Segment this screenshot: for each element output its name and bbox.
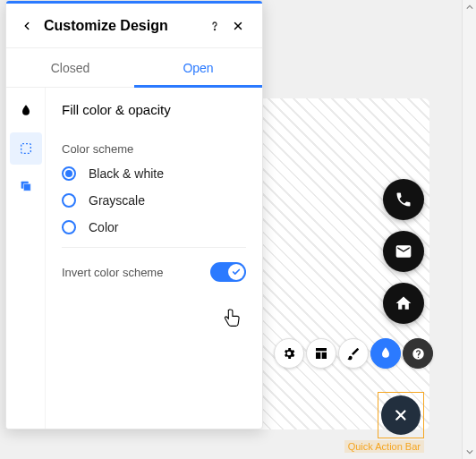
brush-icon [346, 346, 361, 361]
radio-grayscale[interactable]: Grayscale [62, 193, 246, 208]
tab-open[interactable]: Open [134, 48, 262, 87]
chevron-left-icon [21, 20, 33, 32]
chevron-down-icon [466, 448, 473, 455]
mail-icon [395, 242, 412, 260]
invert-toggle-row: Invert color scheme [62, 262, 246, 282]
question-icon [412, 347, 425, 361]
phone-fab[interactable] [383, 179, 424, 220]
divider [62, 247, 246, 248]
back-button[interactable] [19, 18, 35, 34]
tool-help[interactable] [403, 338, 433, 369]
radio-label: Black & white [89, 166, 164, 181]
radio-label: Grayscale [89, 193, 145, 208]
quick-action-bar-label: Quick Action Bar [344, 440, 424, 453]
close-icon [393, 407, 409, 423]
home-fab[interactable] [383, 283, 424, 324]
panel-header: Customize Design [6, 4, 262, 48]
vertical-scrollbar[interactable] [462, 0, 476, 459]
state-tabs: Closed Open [6, 48, 262, 88]
scroll-up-button[interactable] [463, 0, 476, 14]
help-button[interactable] [203, 14, 226, 38]
tool-brush[interactable] [338, 338, 369, 369]
radio-label: Color [89, 220, 118, 234]
layers-icon [19, 179, 33, 193]
tool-fill[interactable] [370, 338, 401, 369]
quick-action-bar-selection[interactable] [378, 392, 424, 438]
svg-rect-5 [23, 183, 30, 191]
invert-toggle[interactable] [210, 262, 246, 282]
panel-title: Customize Design [44, 18, 203, 34]
section-title: Fill color & opacity [62, 102, 246, 117]
drop-icon [19, 104, 33, 118]
tool-settings[interactable] [274, 338, 304, 369]
phone-icon [395, 191, 412, 208]
toggle-knob [228, 264, 244, 280]
radio-color[interactable]: Color [62, 220, 246, 234]
check-icon [232, 268, 241, 276]
chevron-up-icon [466, 4, 473, 11]
drop-icon [378, 346, 393, 361]
side-tabs [6, 88, 46, 429]
radio-icon [62, 193, 76, 208]
panel-content: Fill color & opacity Color scheme Black … [46, 88, 262, 429]
dashed-square-icon [19, 141, 33, 156]
svg-rect-3 [21, 144, 30, 154]
tool-layout[interactable] [306, 338, 336, 369]
close-panel-button[interactable] [226, 14, 250, 38]
home-icon [395, 294, 412, 312]
mail-fab[interactable] [383, 231, 424, 272]
svg-point-0 [214, 29, 215, 30]
close-fab[interactable] [381, 395, 421, 435]
radio-black-white[interactable]: Black & white [62, 166, 246, 181]
layout-icon [314, 346, 328, 361]
customize-design-panel: Customize Design Closed Open Fill color … [5, 0, 263, 429]
panel-body: Fill color & opacity Color scheme Black … [6, 88, 262, 429]
floating-action-stack [383, 179, 424, 324]
radio-icon [62, 166, 76, 181]
question-mark-icon [208, 19, 222, 33]
x-icon [232, 20, 244, 32]
color-scheme-label: Color scheme [62, 142, 246, 156]
gear-icon [282, 346, 296, 361]
invert-label: Invert color scheme [62, 266, 163, 279]
side-tab-layers[interactable] [10, 170, 42, 202]
side-tab-selection[interactable] [10, 132, 42, 165]
scroll-down-button[interactable] [463, 445, 476, 459]
design-toolbar [274, 338, 433, 369]
radio-icon [62, 220, 76, 234]
tab-closed[interactable]: Closed [6, 48, 134, 87]
side-tab-fill[interactable] [10, 95, 42, 127]
